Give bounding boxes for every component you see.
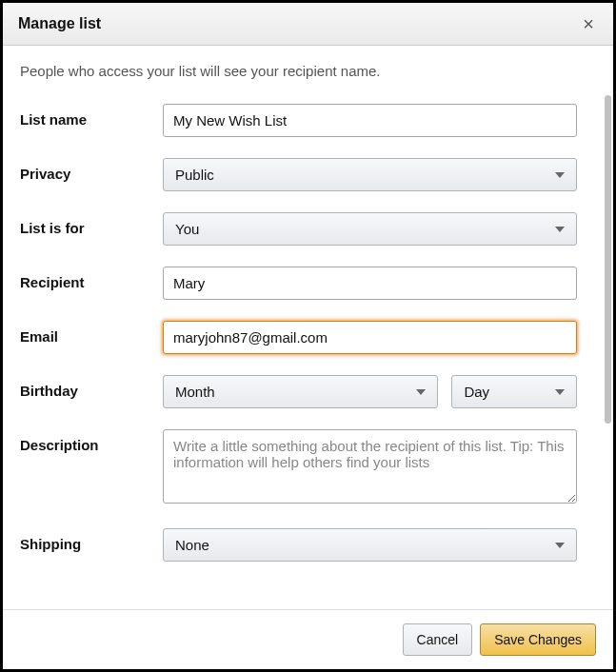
row-description: Description — [20, 429, 596, 507]
save-button[interactable]: Save Changes — [480, 623, 596, 656]
label-description: Description — [20, 429, 163, 453]
select-list-is-for-value: You — [175, 221, 199, 237]
select-shipping-value: None — [175, 537, 209, 553]
row-privacy: Privacy Public — [20, 158, 596, 191]
select-privacy[interactable]: Public — [163, 158, 577, 191]
row-recipient: Recipient — [20, 267, 596, 300]
select-birthday-day[interactable]: Day — [451, 375, 577, 408]
select-birthday-day-value: Day — [464, 384, 489, 400]
input-email[interactable] — [163, 321, 577, 354]
cancel-button[interactable]: Cancel — [403, 623, 473, 656]
dialog-header: Manage list × — [3, 3, 613, 46]
row-list-is-for: List is for You — [20, 212, 596, 246]
input-list-name[interactable] — [163, 104, 577, 137]
dialog-title: Manage list — [18, 15, 101, 32]
info-text: People who access your list will see you… — [20, 63, 596, 79]
row-birthday: Birthday Month Day — [20, 375, 596, 408]
scrollbar-thumb[interactable] — [605, 95, 611, 424]
label-list-is-for: List is for — [20, 212, 163, 236]
label-email: Email — [20, 321, 163, 345]
select-birthday-month-value: Month — [175, 384, 215, 400]
chevron-down-icon — [555, 227, 565, 232]
chevron-down-icon — [555, 389, 565, 395]
input-recipient[interactable] — [163, 267, 577, 300]
row-email: Email — [20, 321, 596, 354]
dialog-body: People who access your list will see you… — [3, 46, 613, 609]
chevron-down-icon — [416, 389, 426, 395]
select-shipping[interactable]: None — [163, 528, 577, 562]
label-recipient: Recipient — [20, 267, 163, 290]
label-birthday: Birthday — [20, 375, 163, 399]
label-list-name: List name — [20, 104, 163, 128]
row-shipping: Shipping None — [20, 528, 596, 562]
label-privacy: Privacy — [20, 158, 163, 182]
close-icon[interactable]: × — [579, 14, 598, 33]
textarea-description[interactable] — [163, 429, 577, 504]
chevron-down-icon — [555, 172, 565, 178]
select-privacy-value: Public — [175, 167, 214, 183]
row-list-name: List name — [20, 104, 596, 137]
select-list-is-for[interactable]: You — [163, 212, 577, 246]
label-shipping: Shipping — [20, 528, 163, 552]
select-birthday-month[interactable]: Month — [163, 375, 438, 408]
chevron-down-icon — [555, 543, 565, 548]
dialog-footer: Cancel Save Changes — [3, 609, 613, 669]
